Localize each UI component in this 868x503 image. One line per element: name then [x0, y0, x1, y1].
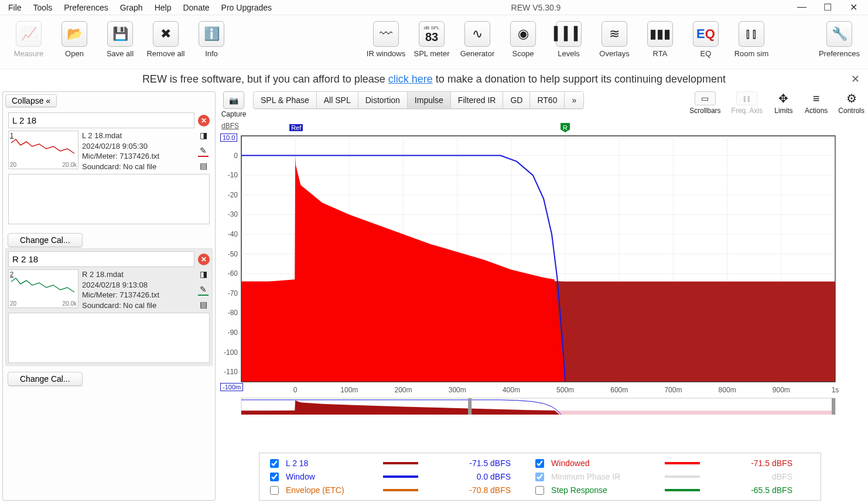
menu-graph[interactable]: Graph	[114, 1, 149, 14]
tool-eq-label: EQ	[700, 49, 712, 58]
svg-rect-49	[468, 398, 471, 415]
measurement-delete-icon[interactable]: ✕	[198, 115, 210, 126]
measurement-edit-icon[interactable]: ✎	[198, 285, 209, 295]
measurement-name-input[interactable]	[8, 112, 194, 128]
tab-rt60[interactable]: RT60	[530, 92, 565, 108]
tab-filtered-ir[interactable]: Filtered IR	[451, 92, 504, 108]
capture-button[interactable]: 📷 Capture	[218, 91, 250, 118]
measurement-notes-area[interactable]	[8, 174, 210, 224]
rta-icon: ▮▮▮	[647, 21, 673, 47]
legend-check-envelope-etc-[interactable]	[270, 486, 279, 495]
legend-check-window[interactable]	[270, 473, 279, 481]
open-icon: 📂	[61, 21, 87, 47]
tool-spl-button[interactable]: dB SPL 83SPL meter	[409, 19, 454, 60]
measurement-graph-icon[interactable]: ◨	[198, 131, 209, 141]
menu-proupgrades[interactable]: Pro Upgrades	[216, 1, 278, 14]
measurement-notes-icon[interactable]: ▤	[198, 161, 209, 172]
svg-text:800m: 800m	[719, 386, 736, 394]
banner-link[interactable]: click here	[388, 73, 433, 85]
legend-value: 0.0 dBFS	[442, 470, 514, 483]
tab--[interactable]: »	[565, 92, 583, 108]
impulse-chart[interactable]: dBFS 10.0 0-10-20-30-40-50-60-70-80-90-1…	[218, 122, 864, 450]
tool-removeall-button[interactable]: ✖Remove all	[143, 19, 189, 60]
tool-irwin-button[interactable]: 〰IR windows	[363, 19, 409, 60]
menu-donate[interactable]: Donate	[177, 1, 215, 14]
tool-overlays-button[interactable]: ≋Overlays	[592, 19, 637, 60]
measurement-card-1[interactable]: ✕ 1 2020.0k L 2 18.mdat2024/02/18 9:05:3…	[5, 110, 213, 227]
tool-roomsim-button[interactable]: ⫿⫿Room sim	[729, 19, 774, 60]
tool-levels-button[interactable]: ▍▍▍Levels	[546, 19, 592, 60]
freqaxis-tool: ⫿⫿ Freq. Axis	[732, 91, 763, 115]
legend-label: L 2 18	[282, 457, 380, 470]
svg-text:-40: -40	[228, 230, 238, 238]
tool-info-button[interactable]: ℹ️Info	[189, 19, 234, 60]
legend-swatch	[665, 489, 700, 491]
measurements-panel: Collapse « ✕ 1 2020.0k L 2 18.mdat2024/0…	[2, 91, 216, 501]
tool-prefs-button[interactable]: 🔧Preferences	[816, 19, 862, 60]
measurement-info: R 2 18.mdat2024/02/18 9:13:08Mic/Meter: …	[82, 269, 193, 310]
measurement-delete-icon[interactable]: ✕	[198, 254, 210, 265]
gen-icon: ∿	[464, 21, 490, 47]
controls-tool[interactable]: ⚙ Controls	[838, 91, 864, 115]
change-cal-button-1[interactable]: Change Cal...	[8, 233, 83, 247]
svg-text:-70: -70	[228, 289, 238, 297]
tool-eq-button[interactable]: EQEQ	[683, 19, 729, 60]
svg-text:200m: 200m	[395, 386, 412, 394]
measurement-thumbnail[interactable]: 2 2020.0k	[8, 269, 78, 308]
tab-all-spl[interactable]: All SPL	[317, 92, 358, 108]
measurement-card-2[interactable]: ✕ 2 2020.0k R 2 18.mdat2024/02/18 9:13:0…	[5, 248, 213, 366]
banner-post: to make a donation to help support its c…	[436, 73, 726, 85]
legend-check-minimum-phase-ir[interactable]	[535, 473, 544, 481]
limits-icon: ✥	[773, 91, 794, 105]
ref-marker[interactable]: Ref	[289, 124, 303, 131]
saveall-icon: 💾	[107, 21, 133, 47]
measurement-graph-icon[interactable]: ◨	[198, 269, 209, 280]
tool-open-button[interactable]: 📂Open	[52, 19, 97, 60]
spl-meter-icon: dB SPL 83	[419, 21, 445, 47]
tool-gen-button[interactable]: ∿Generator	[454, 19, 500, 60]
legend-label: Envelope (ETC)	[282, 483, 380, 497]
eq-icon: EQ	[693, 21, 719, 47]
actions-tool[interactable]: ≡ Actions	[805, 91, 828, 115]
svg-text:1s: 1s	[832, 386, 839, 394]
measure-icon: 📈	[16, 21, 42, 47]
tab-distortion[interactable]: Distortion	[358, 92, 408, 108]
legend-swatch	[383, 462, 418, 464]
tab-gd[interactable]: GD	[503, 92, 530, 108]
scrollbars-icon: ▭	[695, 91, 716, 105]
measurement-notes-area[interactable]	[8, 313, 210, 363]
window-minimize-icon[interactable]: —	[794, 2, 809, 13]
legend-swatch	[665, 475, 700, 478]
window-close-icon[interactable]: ✕	[846, 2, 861, 13]
measurement-edit-icon[interactable]: ✎	[198, 146, 209, 156]
measurement-name-input[interactable]	[8, 251, 194, 267]
graph-tabs: SPL & PhaseAll SPLDistortionImpulseFilte…	[253, 91, 584, 109]
change-cal-button-2[interactable]: Change Cal...	[8, 372, 83, 386]
legend-check-l-2-18[interactable]	[270, 459, 279, 468]
collapse-button[interactable]: Collapse «	[5, 94, 57, 107]
tool-saveall-button[interactable]: 💾Save all	[97, 19, 143, 60]
tab-impulse[interactable]: Impulse	[408, 92, 451, 108]
scrollbars-label: Scrollbars	[689, 107, 720, 115]
tool-info-label: Info	[205, 49, 218, 58]
menu-tools[interactable]: Tools	[28, 1, 59, 14]
menu-help[interactable]: Help	[149, 1, 177, 14]
legend-label: Step Response	[548, 483, 661, 497]
graph-panel: 📷 Capture SPL & PhaseAll SPLDistortionIm…	[218, 89, 868, 503]
legend-check-step-response[interactable]	[535, 486, 544, 495]
tool-scope-button[interactable]: ◉Scope	[500, 19, 546, 60]
menu-file[interactable]: File	[2, 1, 28, 14]
menu-preferences[interactable]: Preferences	[58, 1, 114, 14]
banner-pre: REW is free software, but if you can aff…	[142, 73, 388, 85]
banner-close-icon[interactable]: ✕	[851, 73, 860, 85]
tool-levels-label: Levels	[558, 49, 580, 58]
legend-label: Minimum Phase IR	[548, 470, 661, 483]
limits-tool[interactable]: ✥ Limits	[773, 91, 794, 115]
legend-check-windowed[interactable]	[535, 459, 544, 468]
scrollbars-tool[interactable]: ▭ Scrollbars	[689, 91, 720, 115]
tab-spl-phase[interactable]: SPL & Phase	[254, 92, 317, 108]
tool-rta-button[interactable]: ▮▮▮RTA	[637, 19, 683, 60]
measurement-thumbnail[interactable]: 1 2020.0k	[8, 131, 78, 169]
window-maximize-icon[interactable]: ☐	[820, 2, 835, 13]
measurement-notes-icon[interactable]: ▤	[198, 300, 209, 310]
